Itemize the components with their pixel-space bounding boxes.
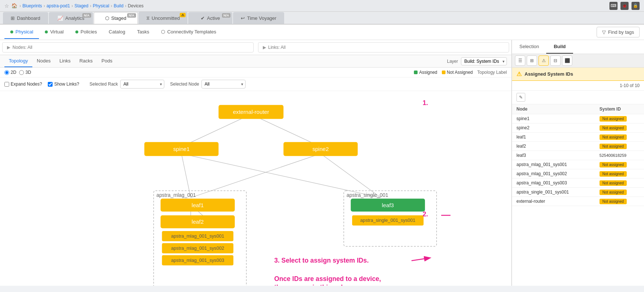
radio-3d[interactable]: 3D	[19, 70, 31, 75]
nodes-filter[interactable]: ▶ Nodes: All	[2, 42, 254, 53]
tab-time-voyager[interactable]: ↩ Time Voyager	[233, 12, 284, 24]
terminal-icon[interactable]: ⌨	[609, 2, 618, 10]
radio-3d-input[interactable]	[19, 70, 24, 75]
staged-icon: ⬡	[105, 15, 109, 21]
topology-canvas: external-router spine1 spine2 apstra_mla…	[0, 91, 511, 286]
tab-topology[interactable]: Topology	[4, 55, 32, 67]
edit-button[interactable]: ✎	[516, 93, 525, 102]
tab-links[interactable]: Links	[55, 55, 75, 67]
list-icon-btn[interactable]: ☰	[515, 55, 525, 66]
radio-2d[interactable]: 2D	[4, 70, 16, 75]
row-system-id-cell: Not assigned	[595, 169, 644, 179]
subnav-physical[interactable]: Physical	[4, 25, 39, 39]
tab-pods[interactable]: Pods	[97, 55, 117, 67]
tab-dashboard[interactable]: ⊞ Dashboard	[3, 12, 48, 24]
expand-nodes-check[interactable]: Expand Nodes?	[4, 82, 42, 87]
top-bar: ☆ 🏠 › Blueprints › apstra-pod1 › Staged …	[0, 0, 644, 12]
star-icon[interactable]: ☆	[4, 3, 9, 9]
subnav-tasks[interactable]: Tasks	[131, 25, 155, 39]
not-assigned-badge[interactable]: Not assigned	[600, 190, 627, 195]
table-row: leaf2Not assigned	[512, 142, 644, 151]
tab-uncommitted[interactable]: ⧖ Uncommitted ⚠	[139, 12, 188, 24]
subnav-connectivity[interactable]: ⬡ Connectivity Templates	[155, 25, 222, 39]
tab-analytics[interactable]: 📈 Analytics N/A	[49, 12, 93, 24]
row-system-id-cell: Not assigned	[595, 160, 644, 169]
annotation-4-line2: they appear in this column.	[274, 284, 358, 286]
grid-icon-btn[interactable]: ⊞	[527, 55, 537, 66]
tab-staged[interactable]: ⬡ Staged N/A	[94, 12, 138, 24]
rp-edit-row: ✎	[512, 91, 644, 104]
tab-analytics-label: Analytics	[65, 15, 85, 21]
breadcrumb-build[interactable]: Build	[114, 3, 124, 8]
tab-racks[interactable]: Racks	[75, 55, 97, 67]
content-area: ▶ Nodes: All ▶ Links: All Topology Nodes…	[0, 40, 644, 286]
selected-node-label: Selected Node	[170, 82, 199, 87]
subnav-virtual-label: Virtual	[50, 29, 64, 35]
show-links-check[interactable]: Show Links?	[48, 82, 79, 87]
row-node-cell: leaf3	[512, 151, 595, 160]
rp-table: Node System ID spine1Not assignedspine2N…	[512, 104, 644, 286]
expand-nodes-checkbox[interactable]	[4, 82, 9, 87]
not-assigned-badge[interactable]: Not assigned	[600, 144, 627, 149]
row-node-cell: leaf2	[512, 142, 595, 151]
breadcrumb-physical[interactable]: Physical	[93, 3, 109, 8]
tab-active[interactable]: ✔ Active N/A	[188, 12, 232, 24]
policies-status-dot	[75, 30, 78, 33]
subnav-catalog[interactable]: Catalog	[103, 25, 131, 39]
node-single-sys001-label: apstra_single_001_sys001	[360, 218, 415, 223]
selected-rack-wrap: Selected Rack All	[89, 80, 164, 89]
show-links-label: Show Links?	[54, 82, 79, 87]
breadcrumb-apstra-pod1[interactable]: apstra-pod1	[46, 3, 70, 8]
selected-rack-select[interactable]: All	[120, 80, 164, 89]
rp-tab-selection[interactable]: Selection	[512, 40, 546, 54]
node-sys001-label: apstra_mlag_001_sys001	[171, 234, 224, 239]
find-by-tags-button[interactable]: ▽ Find by tags	[597, 27, 640, 37]
selected-node-select[interactable]: All	[201, 80, 246, 89]
not-assigned-badge[interactable]: Not assigned	[600, 162, 627, 167]
filter-row: Expand Nodes? Show Links? Selected Rack …	[0, 77, 511, 91]
row-system-id-cell: Not assigned	[595, 179, 644, 188]
layer-select[interactable]: Build: System IDs	[461, 57, 507, 65]
table-row: spine2Not assigned	[512, 123, 644, 133]
nodes-filter-arrow: ▶	[7, 45, 10, 50]
find-by-tags-label: Find by tags	[608, 29, 634, 35]
filter-bars: ▶ Nodes: All ▶ Links: All	[0, 40, 511, 55]
rack-icon-btn[interactable]: ⬛	[562, 55, 572, 66]
home-icon[interactable]: 🏠	[11, 3, 17, 8]
not-assigned-badge[interactable]: Not assigned	[600, 199, 627, 204]
show-links-checkbox[interactable]	[48, 82, 53, 87]
subnav-policies[interactable]: Policies	[69, 25, 103, 39]
table-row: apstra_mlag_001_sys002Not assigned	[512, 169, 644, 179]
not-assigned-badge[interactable]: Not assigned	[600, 125, 627, 131]
topology-label: Topology Label	[477, 70, 507, 75]
links-filter-label: Links: All	[268, 45, 286, 50]
rp-tab-build[interactable]: Build	[546, 40, 573, 54]
not-assigned-badge[interactable]: Not assigned	[600, 180, 627, 186]
rack-single-label: apstra_single_001	[347, 192, 389, 198]
links-filter[interactable]: ▶ Links: All	[258, 42, 509, 53]
not-assigned-badge[interactable]: Not assigned	[600, 116, 627, 122]
row-node-cell: apstra_mlag_001_sys003	[512, 179, 595, 188]
top-bar-actions: ⌨ 🐞 🔒	[609, 2, 640, 10]
table-icon-btn[interactable]: ⊟	[550, 55, 561, 66]
warn-icon-btn[interactable]: ⚠	[539, 55, 549, 66]
lock-icon[interactable]: 🔒	[632, 2, 640, 10]
main-tabs: ⊞ Dashboard 📈 Analytics N/A ⬡ Staged N/A…	[0, 12, 644, 25]
bug-icon[interactable]: 🐞	[620, 2, 629, 10]
table-row: leaf3525400618259	[512, 151, 644, 160]
not-assigned-badge[interactable]: Not assigned	[600, 134, 627, 140]
rp-count: 1-10 of 10	[512, 81, 644, 91]
radio-2d-input[interactable]	[4, 70, 9, 75]
radio-3d-label: 3D	[25, 70, 31, 75]
breadcrumb-staged[interactable]: Staged	[74, 3, 88, 8]
tab-nodes[interactable]: Nodes	[32, 55, 55, 67]
tab-uncommitted-label: Uncommitted	[152, 15, 180, 21]
analytics-badge: N/A	[82, 13, 91, 18]
table-row: leaf1Not assigned	[512, 133, 644, 142]
physical-status-dot	[10, 30, 13, 33]
breadcrumb-blueprints[interactable]: Blueprints	[22, 3, 42, 8]
not-assigned-badge[interactable]: Not assigned	[600, 171, 627, 177]
subnav-virtual[interactable]: Virtual	[39, 25, 69, 39]
node-leaf1-label: leaf1	[192, 202, 204, 208]
staged-badge: N/A	[127, 13, 136, 18]
